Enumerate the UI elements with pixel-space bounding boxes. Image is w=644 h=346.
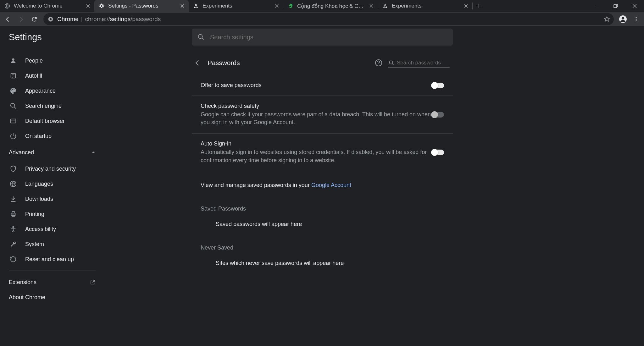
sidebar-item-label: Printing <box>25 211 44 217</box>
flask-icon <box>192 3 199 9</box>
browser-toolbar: Chrome | chrome://settings/passwords <box>0 12 644 26</box>
settings-search[interactable] <box>192 29 453 46</box>
nav-back-button[interactable] <box>2 13 14 25</box>
nav-reload-button[interactable] <box>28 13 40 25</box>
globe-icon <box>9 179 18 188</box>
passwords-search-input[interactable] <box>397 60 449 66</box>
shield-icon <box>9 164 18 173</box>
sidebar-item-label: Appearance <box>25 88 56 94</box>
sidebar-item-on-startup[interactable]: On startup <box>0 129 104 144</box>
omnibox[interactable]: Chrome | chrome://settings/passwords <box>43 13 614 25</box>
sidebar-item-default-browser[interactable]: Default browser <box>0 113 104 129</box>
setting-description: Automatically sign in to websites using … <box>201 148 431 164</box>
setting-title: Offer to save passwords <box>201 82 431 89</box>
setting-description: Google can check if your passwords were … <box>201 111 431 126</box>
sidebar-item-label: Default browser <box>25 118 65 124</box>
tab-title: Experiments <box>392 3 460 9</box>
setting-title: Auto Sign-in <box>201 140 431 147</box>
svg-point-21 <box>13 227 14 228</box>
sidebar-section-advanced[interactable]: Advanced <box>0 144 104 161</box>
settings-main: Passwords Offer to save passwords <box>104 26 644 346</box>
close-icon[interactable] <box>179 3 186 9</box>
search-icon <box>197 34 204 41</box>
nav-forward-button[interactable] <box>15 13 27 25</box>
sidebar-item-reset[interactable]: Reset and clean up <box>0 252 104 267</box>
accessibility-icon <box>9 225 18 233</box>
svg-point-12 <box>11 91 12 91</box>
google-account-link[interactable]: Google Account <box>311 182 351 188</box>
sidebar-item-label: Accessibility <box>25 226 56 233</box>
sidebar-item-downloads[interactable]: Downloads <box>0 191 104 206</box>
sidebar-item-printing[interactable]: Printing <box>0 206 104 222</box>
tab-welcome[interactable]: Welcome to Chrome <box>0 0 94 12</box>
sidebar-link-label: Extensions <box>9 279 36 286</box>
sidebar-item-appearance[interactable]: Appearance <box>0 83 104 98</box>
omnibox-url-prefix: chrome:// <box>85 16 110 23</box>
setting-auto-signin: Auto Sign-in Automatically sign in to we… <box>192 133 453 171</box>
sidebar-item-people[interactable]: People <box>0 53 104 68</box>
gear-icon <box>98 3 105 9</box>
download-icon <box>9 195 18 203</box>
sidebar-item-system[interactable]: System <box>0 237 104 252</box>
sidebar-item-search-engine[interactable]: Search engine <box>0 98 104 113</box>
tab-settings-passwords[interactable]: Settings - Passwords <box>94 0 189 12</box>
sidebar-item-accessibility[interactable]: Accessibility <box>0 222 104 237</box>
sidebar-item-label: On startup <box>25 133 52 140</box>
new-tab-button[interactable] <box>473 0 485 12</box>
back-button[interactable] <box>192 57 203 69</box>
toggle-offer-save[interactable] <box>431 83 444 88</box>
setting-offer-save: Offer to save passwords <box>192 73 453 96</box>
globe-icon <box>4 3 11 9</box>
bookmark-star-icon[interactable] <box>604 16 610 22</box>
palette-icon <box>9 86 18 95</box>
sidebar-item-privacy[interactable]: Privacy and security <box>0 161 104 176</box>
svg-point-9 <box>198 35 203 39</box>
power-icon <box>9 132 18 140</box>
settings-title: Settings <box>0 32 192 42</box>
toggle-auto-signin[interactable] <box>431 150 444 155</box>
tab-experiments-2[interactable]: Experiments <box>378 0 472 12</box>
close-icon[interactable] <box>368 3 375 9</box>
never-saved-label: Never Saved <box>192 234 453 254</box>
profile-avatar-button[interactable] <box>617 13 629 25</box>
toggle-check-safety[interactable] <box>431 112 444 118</box>
sidebar-link-about[interactable]: About Chrome <box>0 290 104 305</box>
tab-cong-dong[interactable]: Cộng đồng Khoa học & Công ng <box>283 0 378 12</box>
chrome-menu-button[interactable] <box>630 13 642 25</box>
tab-strip: Welcome to Chrome Settings - Passwords E… <box>0 0 644 12</box>
never-saved-empty: Sites which never save passwords will ap… <box>192 254 453 273</box>
sidebar-divider <box>9 271 96 271</box>
sidebar-link-label: About Chrome <box>9 294 45 301</box>
window-close-button[interactable] <box>625 0 644 12</box>
sidebar-link-extensions[interactable]: Extensions <box>0 275 104 290</box>
svg-point-23 <box>389 61 393 64</box>
saved-passwords-empty: Saved passwords will appear here <box>192 215 453 234</box>
saved-passwords-label: Saved Passwords <box>192 195 453 215</box>
settings-body: People Autofill Appearance Search engine… <box>0 26 644 346</box>
svg-point-10 <box>12 58 14 61</box>
passwords-subheader: Passwords <box>192 53 453 73</box>
tab-title: Experiments <box>203 3 271 9</box>
passwords-search[interactable] <box>388 58 450 68</box>
svg-point-14 <box>14 89 14 90</box>
sidebar-item-label: Autofill <box>25 73 42 79</box>
manage-passwords-text: View and manage saved passwords in your <box>201 182 311 188</box>
printer-icon <box>9 210 18 218</box>
sidebar-item-languages[interactable]: Languages <box>0 176 104 191</box>
sidebar-item-label: System <box>25 241 44 248</box>
window-minimize-button[interactable] <box>587 0 606 12</box>
omnibox-url-mid: settings <box>110 16 130 23</box>
setting-title: Check password safety <box>201 103 431 109</box>
svg-rect-19 <box>12 211 14 213</box>
window-maximize-button[interactable] <box>606 0 625 12</box>
sidebar-item-autofill[interactable]: Autofill <box>0 68 104 83</box>
close-icon[interactable] <box>274 3 280 9</box>
close-icon[interactable] <box>85 3 91 9</box>
settings-search-input[interactable] <box>210 34 447 41</box>
passwords-panel: Passwords Offer to save passwords <box>192 53 453 346</box>
tab-experiments-1[interactable]: Experiments <box>189 0 283 12</box>
svg-point-7 <box>636 19 637 19</box>
close-icon[interactable] <box>463 3 469 9</box>
help-button[interactable] <box>374 58 384 68</box>
search-icon <box>389 60 394 66</box>
